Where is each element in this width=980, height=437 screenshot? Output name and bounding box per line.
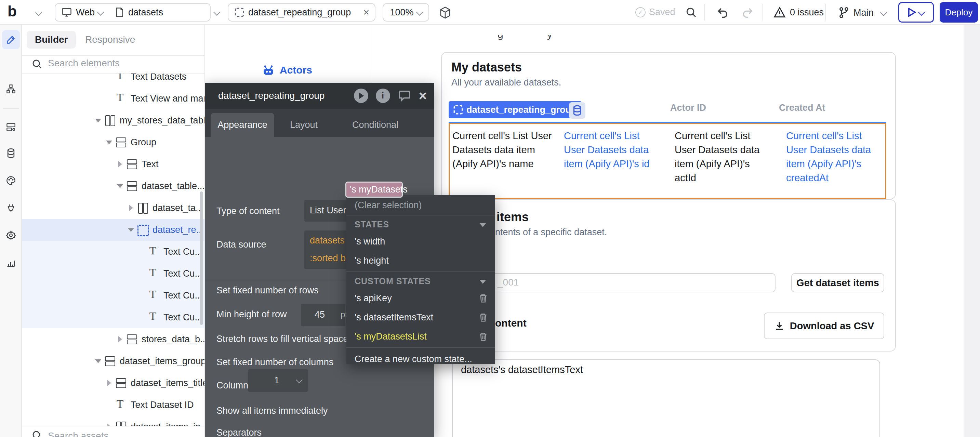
page-selector[interactable]: datasets [109,4,225,21]
dataset-content-text-element[interactable]: datasets's datasetItemsText [452,359,880,437]
logs-chart-icon[interactable] [2,253,20,272]
dropdown-item[interactable]: Create a new custom state... [346,350,495,369]
trash-icon[interactable] [479,293,488,303]
data-source-chip[interactable] [569,102,585,119]
platform-selector[interactable]: Web [56,4,109,21]
tree-item-label: dataset_items_group [120,356,205,367]
search-assets-input[interactable] [48,431,178,437]
tree-expand-arrow[interactable] [116,181,124,191]
tree-expand-arrow[interactable] [116,335,124,344]
tree-expand-arrow[interactable] [137,269,146,278]
tree-item[interactable]: dataset_table... [22,175,205,197]
close-tab-icon[interactable]: × [358,6,375,18]
tree-expand-arrow[interactable] [127,203,135,212]
tree-item[interactable]: Text View and mana... [22,87,205,110]
close-icon[interactable]: × [419,89,427,103]
preview-element-icon[interactable] [354,89,368,103]
columns-select[interactable]: 1 [248,369,308,392]
tab-conditional[interactable]: Conditional [352,120,398,130]
expression-token[interactable]: 's myDatasets [345,181,403,198]
tree-item[interactable]: Group [22,131,205,153]
undo-icon[interactable] [717,6,730,19]
download-csv-button[interactable]: Download as CSV [764,313,884,339]
dropdown-item[interactable] [346,347,495,348]
styles-palette-icon[interactable] [2,171,20,190]
branch-selector[interactable]: Main [838,6,886,19]
actors-nav-item[interactable]: Actors [262,64,312,76]
info-icon[interactable]: i [376,89,390,103]
dropdown-item[interactable]: CUSTOM STATES [346,273,495,289]
tree-expand-arrow[interactable] [105,73,113,81]
tree-expand-arrow[interactable] [137,313,146,322]
tree-item[interactable]: dataset_items_in... [22,416,205,426]
tree-item[interactable]: Text Datasets [22,73,205,87]
dropdown-item[interactable]: 's height [346,251,495,270]
selected-element-badge[interactable]: dataset_repeating_group [449,101,582,118]
tree-item[interactable]: Text [22,153,205,175]
database-icon[interactable] [2,144,20,163]
tree-expand-arrow[interactable] [105,138,113,147]
settings-gear-icon[interactable] [2,226,20,245]
dropdown-item[interactable]: 's datasetItemsText [346,308,495,327]
tree-item[interactable]: Text Cu... [22,262,205,284]
tab-appearance[interactable]: Appearance [211,113,274,137]
design-pencil-icon[interactable] [2,30,20,49]
comment-icon[interactable] [398,90,411,102]
tab-responsive[interactable]: Responsive [85,34,135,45]
tree-expand-arrow[interactable] [105,94,113,103]
dropdown-item[interactable] [346,272,495,272]
tree-item[interactable]: stores_data_b... [22,328,205,350]
tree-item[interactable]: Text Cu... [22,307,205,328]
tree-expand-arrow[interactable] [105,400,113,409]
tree-item[interactable]: dataset_items_group [22,350,205,372]
table-cell-expression[interactable]: Current cell's List User Datasets data i… [786,129,884,185]
preview-button[interactable] [898,2,934,22]
trash-icon[interactable] [479,332,488,341]
table-cell-expression[interactable]: Current cell's List User Datasets data i… [564,129,663,171]
tree-expand-arrow[interactable] [105,378,113,388]
tree-item[interactable]: dataset_re... [22,219,205,241]
dropdown-item[interactable] [346,215,495,215]
issues-indicator[interactable]: 0 issues [773,6,824,18]
components-icon[interactable] [2,118,20,137]
min-height-input[interactable]: 45 [301,304,345,326]
workflow-sitemap-icon[interactable] [2,79,20,99]
get-dataset-items-button[interactable]: Get dataset items [791,273,884,292]
table-cell-expression[interactable]: Current cell's List User Datasets data i… [675,129,765,185]
tree-item[interactable]: Text Dataset ID [22,394,205,416]
bubble-logo[interactable]: b [8,3,17,20]
tree-scrollbar[interactable] [200,191,203,325]
property-editor-header[interactable]: dataset_repeating_group i × [205,83,434,109]
tree-item[interactable]: my_stores_data_table [22,110,205,131]
tab-layout[interactable]: Layout [290,120,318,130]
dropdown-item[interactable]: 's myDatasetsList [346,327,495,346]
tree-expand-arrow[interactable] [137,247,146,256]
tree-expand-arrow[interactable] [137,291,146,300]
dropdown-item[interactable]: 's apiKey [346,289,495,308]
tree-item[interactable]: dataset_ta... [22,197,205,219]
tree-item[interactable]: Text Cu... [22,284,205,307]
repeating-group-outline[interactable]: Current cell's List User Datasets data i… [449,123,886,199]
tree-item[interactable]: dataset_items_title [22,372,205,394]
deploy-button[interactable]: Deploy [940,2,978,22]
table-cell-expression[interactable]: Current cell's List User Datasets data i… [452,129,559,171]
tree-expand-arrow[interactable] [127,225,135,234]
tree-expand-arrow[interactable] [116,160,124,168]
tree-expand-arrow[interactable] [94,357,103,365]
trash-icon[interactable] [479,313,488,322]
component-library-cube-icon[interactable] [439,6,451,19]
tab-builder[interactable]: Builder [27,31,76,49]
element-tab[interactable]: dataset_repeating_group × [228,3,375,22]
chevron-down-icon[interactable] [35,9,42,16]
tree-item[interactable]: Text Cu... [22,241,205,262]
dropdown-item[interactable]: 's width [346,232,495,251]
search-elements-input[interactable] [48,58,178,69]
button-label: Get dataset items [796,277,879,289]
search-icon[interactable] [685,6,698,19]
zoom-control[interactable]: 100% [383,3,429,22]
plugins-plug-icon[interactable] [2,198,20,218]
dropdown-item[interactable]: STATES [346,217,495,232]
redo-icon[interactable] [741,6,754,19]
dropdown-item[interactable]: (Clear selection) [346,197,495,213]
tree-expand-arrow[interactable] [94,116,103,125]
